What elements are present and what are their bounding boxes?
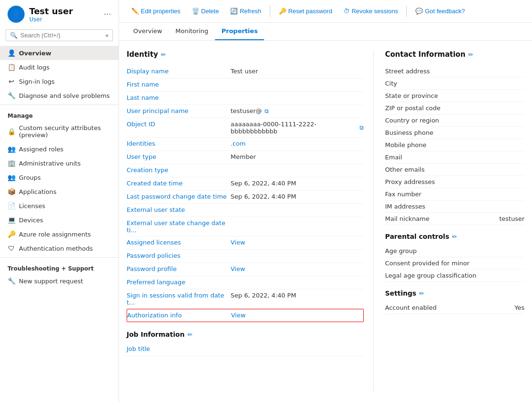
refresh-button[interactable]: 🔄 Refresh (225, 5, 266, 17)
contact-field-row: Country or region (385, 114, 524, 127)
field-value: testuser@⧉ (231, 107, 269, 114)
sidebar-item-groups[interactable]: 👥 Groups (0, 170, 119, 184)
sidebar-item-licenses[interactable]: 📄 Licenses (0, 199, 119, 213)
field-link[interactable]: View (231, 239, 245, 246)
field-value: View (231, 312, 246, 319)
reset-password-button[interactable]: 🔑 Reset password (274, 5, 337, 17)
overview-label: Overview (19, 50, 51, 57)
contact-field-row: Consent provided for minor (385, 257, 524, 270)
diagnose-icon: 🔧 (8, 92, 15, 99)
diagnose-label: Diagnose and solve problems (19, 92, 110, 99)
parental-edit-icon[interactable]: ✏️ (452, 233, 457, 240)
sidebar-item-admin-units[interactable]: 🏢 Administrative units (0, 156, 119, 170)
delete-icon: 🗑️ (192, 8, 199, 15)
sidebar-item-diagnose[interactable]: 🔧 Diagnose and solve problems (0, 88, 119, 103)
parental-fields: Age groupConsent provided for minorLegal… (385, 245, 524, 282)
field-value: Sep 6, 2022, 4:40 PM (231, 180, 296, 187)
job-fields: Job title (127, 343, 364, 356)
field-label: Job title (127, 345, 231, 352)
identity-field-row: External user state (127, 204, 364, 217)
tab-monitoring[interactable]: Monitoring (169, 23, 215, 40)
tabs: Overview Monitoring Properties (119, 23, 532, 41)
sidebar-item-sign-in-logs[interactable]: ↩ Sign-in logs (0, 74, 119, 88)
admin-units-label: Administrative units (19, 160, 81, 167)
auth-methods-label: Authentication methods (19, 245, 93, 252)
applications-icon: 📦 (8, 188, 15, 195)
identity-field-row: First name (127, 79, 364, 92)
audit-logs-icon: 📋 (8, 63, 15, 71)
azure-roles-label: Azure role assignments (19, 231, 91, 238)
identity-field-row: Object IDaaaaaaaa-0000-1111-2222-bbbbbbb… (127, 118, 364, 138)
reset-password-icon: 🔑 (279, 8, 286, 15)
revoke-sessions-button[interactable]: ⏱ Revoke sessions (339, 5, 403, 17)
content-right: Contact Information ✏️ Street addressCit… (373, 50, 524, 393)
field-label: Last password change date time (127, 193, 231, 200)
field-value: View (231, 239, 245, 246)
contact-field-row: State or province (385, 90, 524, 102)
sidebar-item-assigned-roles[interactable]: 👥 Assigned roles (0, 142, 119, 156)
sidebar-item-custom-security[interactable]: 🔒 Custom security attributes (preview) (0, 121, 119, 142)
identity-section-title: Identity ✏️ (127, 50, 364, 59)
sidebar-item-applications[interactable]: 📦 Applications (0, 184, 119, 199)
search-icon: 🔍 (10, 32, 17, 39)
contact-field-value: testuser (499, 215, 524, 222)
more-options-icon[interactable]: ··· (104, 10, 111, 19)
identity-field-row: Password profileView (127, 263, 364, 276)
field-label: Object ID (127, 121, 231, 128)
admin-units-icon: 🏢 (8, 159, 15, 167)
field-label: Password profile (127, 265, 231, 272)
identity-field-row: Sign in sessions valid from date t...Sep… (127, 289, 364, 309)
identity-field-row: External user state change date ti... (127, 217, 364, 236)
contact-field-row: Email (385, 151, 524, 164)
contact-field-row: City (385, 78, 524, 90)
field-label: Authorization info (127, 312, 231, 319)
search-input[interactable] (20, 32, 103, 39)
edit-icon: ✏️ (131, 8, 139, 15)
custom-security-label: Custom security attributes (preview) (19, 124, 111, 139)
sidebar-item-auth-methods[interactable]: 🛡 Authentication methods (0, 241, 119, 255)
delete-label: Delete (201, 8, 219, 15)
sidebar-item-new-support[interactable]: 🔧 New support request (0, 274, 119, 288)
tab-properties[interactable]: Properties (215, 23, 265, 40)
licenses-label: Licenses (19, 202, 45, 210)
identity-field-row: Password policies (127, 250, 364, 263)
devices-label: Devices (19, 217, 43, 224)
sidebar-item-devices[interactable]: 💻 Devices (0, 213, 119, 227)
identity-edit-icon[interactable]: ✏️ (161, 51, 166, 58)
sidebar-item-audit-logs[interactable]: 📋 Audit logs (0, 60, 119, 74)
sign-in-logs-icon: ↩ (8, 78, 15, 85)
sidebar-item-azure-roles[interactable]: 🔑 Azure role assignments (0, 227, 119, 241)
sidebar-item-overview[interactable]: 👤 Overview (0, 46, 119, 60)
contact-field-label: Mobile phone (385, 141, 524, 149)
contact-field-label: Mail nickname (385, 215, 499, 222)
identities-link[interactable]: .com (231, 140, 246, 147)
feedback-button[interactable]: 💬 Got feedback? (411, 5, 470, 17)
custom-security-icon: 🔒 (8, 128, 15, 135)
identity-field-row: Last name (127, 92, 364, 105)
assigned-roles-label: Assigned roles (19, 146, 63, 153)
groups-icon: 👥 (8, 174, 15, 181)
copy-icon[interactable]: ⧉ (360, 124, 364, 131)
sidebar-title: Test user User (29, 6, 73, 23)
contact-edit-icon[interactable]: ✏️ (468, 51, 473, 58)
collapse-icon[interactable]: « (105, 32, 109, 39)
edit-properties-button[interactable]: ✏️ Edit properties (127, 5, 185, 17)
support-section-label: Troubleshooting + Support (0, 260, 119, 274)
field-label: Created date time (127, 180, 231, 187)
copy-icon[interactable]: ⧉ (265, 108, 269, 114)
field-value: .com (231, 140, 246, 147)
delete-button[interactable]: 🗑️ Delete (187, 5, 224, 17)
toolbar-divider-1 (270, 6, 270, 17)
field-link[interactable]: View (231, 312, 246, 319)
contact-field-label: Fax number (385, 191, 524, 198)
refresh-icon: 🔄 (230, 8, 238, 15)
settings-fields: Account enabledYes (385, 302, 524, 314)
identity-field-row: Last password change date timeSep 6, 202… (127, 191, 364, 204)
field-link[interactable]: View (231, 265, 245, 272)
settings-edit-icon[interactable]: ✏️ (419, 290, 424, 297)
contact-field-row: Age group (385, 245, 524, 257)
contact-field-row: ZIP or postal code (385, 102, 524, 114)
job-info-edit-icon[interactable]: ✏️ (188, 331, 193, 338)
tab-overview[interactable]: Overview (127, 23, 169, 40)
field-label: Preferred language (127, 279, 231, 286)
